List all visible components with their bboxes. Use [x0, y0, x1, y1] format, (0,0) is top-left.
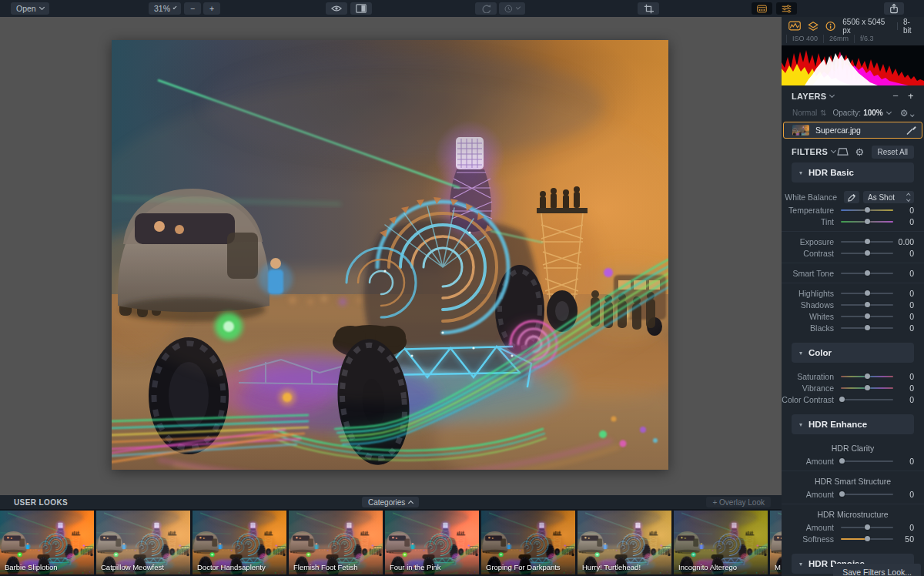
chevron-down-icon [516, 5, 521, 10]
filter-group-heading: HDR Clarity [782, 442, 924, 455]
zoom-in-button[interactable]: + [203, 2, 220, 15]
slider-knob[interactable] [865, 302, 870, 307]
save-filters-look-button[interactable]: Save Filters Look... [833, 564, 921, 576]
slider-knob[interactable] [865, 536, 870, 541]
slider-track[interactable] [841, 241, 893, 243]
slider-knob[interactable] [865, 270, 870, 276]
slider-row: Highlights0 [782, 287, 924, 299]
slider-value: 0 [893, 249, 914, 258]
slider-track[interactable] [841, 527, 893, 528]
slider-knob[interactable] [839, 491, 845, 497]
slider-track[interactable] [841, 209, 893, 211]
slider-track[interactable] [841, 327, 893, 329]
opacity-value[interactable]: 100% [863, 109, 883, 117]
reset-all-button[interactable]: Reset All [872, 146, 914, 159]
zoom-out-button[interactable]: − [184, 2, 201, 15]
slider-knob[interactable] [865, 290, 870, 296]
slider-track[interactable] [841, 494, 893, 495]
undo-button[interactable] [475, 2, 497, 15]
slider-track[interactable] [841, 399, 893, 400]
remove-layer-button[interactable]: − [892, 91, 899, 101]
look-thumbnail[interactable]: Flemish Foot Fetish [289, 511, 383, 574]
info-tab-icon[interactable] [825, 21, 835, 32]
filter-section-header[interactable]: ▾HDR Enhance [792, 414, 914, 434]
filter-section-header[interactable]: ▾Color [792, 343, 914, 363]
history-button[interactable] [499, 2, 525, 15]
slider-value: 0 [893, 372, 914, 381]
filter-settings-gear[interactable]: ⚙ [855, 147, 865, 157]
layer-settings-gear[interactable]: ⚙ [900, 108, 913, 119]
look-name: M [775, 563, 781, 571]
slider-track[interactable] [841, 253, 893, 254]
slider-knob[interactable] [865, 207, 870, 213]
look-thumbnail[interactable]: Groping For Darkpants [481, 511, 575, 574]
slider-label: Amount [782, 523, 841, 532]
slider-knob[interactable] [839, 397, 845, 402]
slider-knob[interactable] [839, 458, 845, 464]
export-button[interactable] [884, 2, 904, 15]
mask-icon[interactable] [837, 147, 849, 156]
look-thumbnail[interactable]: Incognito Alterego [674, 511, 768, 574]
overlay-look-button[interactable]: + Overlay Look [706, 497, 771, 507]
compare-button[interactable] [350, 2, 372, 15]
slider-track[interactable] [841, 376, 893, 377]
filter-section-title: HDR Basic [808, 168, 854, 177]
preview-toggle-button[interactable] [326, 2, 347, 15]
slider-knob[interactable] [865, 385, 870, 390]
white-balance-select[interactable]: As Shot [863, 191, 914, 203]
slider-track[interactable] [841, 304, 893, 306]
look-thumbnail[interactable]: Catpillow Meowfest [96, 511, 190, 574]
slider-label: Contrast [782, 249, 841, 258]
white-balance-dropper-button[interactable] [844, 191, 859, 203]
edited-photo-canvas[interactable] [112, 40, 668, 470]
right-panel: 6506 x 5045 px 8-bit ISO 40026mmf/6.3 LA… [782, 17, 924, 576]
slider-label: Amount [782, 457, 841, 466]
filter-group: White BalanceAs ShotTemperature0Tint0 [782, 186, 924, 231]
zoom-level-dropdown[interactable]: 31% [149, 2, 181, 15]
slider-label: Color Contrast [782, 395, 841, 404]
looks-panel-toggle[interactable] [752, 2, 772, 15]
histogram-tab-icon[interactable] [788, 21, 801, 31]
slider-value: 0 [893, 300, 914, 310]
slider-knob[interactable] [865, 325, 870, 330]
look-thumbnail[interactable]: Four in the Pink [385, 511, 479, 574]
slider-knob[interactable] [865, 219, 870, 224]
slider-knob[interactable] [865, 239, 870, 244]
filter-section: ▾HDR EnhanceHDR ClarityAmount0HDR Smart … [782, 414, 924, 548]
open-button[interactable]: Open [11, 2, 49, 15]
slider-knob[interactable] [865, 373, 870, 379]
slider-value: 0 [893, 289, 914, 298]
blend-row: Normal ⇅ Opacity: 100% ⚙ [782, 106, 924, 119]
slider-label: Softness [782, 534, 841, 544]
slider-track[interactable] [841, 273, 893, 274]
slider-track[interactable] [841, 316, 893, 317]
slider-knob[interactable] [865, 524, 870, 530]
undo-icon [481, 4, 491, 13]
eyedropper-icon [848, 193, 856, 202]
look-thumbnail[interactable]: Hurry! Turtlehead! [578, 511, 671, 574]
slider-track[interactable] [841, 538, 893, 540]
layers-tab-icon[interactable] [808, 21, 819, 32]
crop-button[interactable] [638, 2, 659, 15]
filter-section-header[interactable]: ▾HDR Basic [792, 162, 914, 183]
slider-knob[interactable] [865, 250, 870, 256]
slider-value: 0 [893, 323, 914, 333]
slider-label: Saturation [782, 372, 841, 381]
slider-row: Shadows0 [782, 299, 924, 310]
look-thumbnail[interactable]: Doctor Handsaplenty [192, 511, 286, 574]
slider-track[interactable] [841, 460, 893, 462]
blend-mode-select[interactable]: Normal [792, 109, 817, 117]
filters-panel-toggle[interactable] [776, 2, 797, 15]
layer-item-selected[interactable]: Supercar.jpg [783, 122, 922, 139]
categories-dropdown[interactable]: Categories [362, 497, 419, 507]
slider-knob[interactable] [865, 313, 870, 319]
slider-label: Whites [782, 312, 841, 321]
slider-track[interactable] [841, 293, 893, 294]
slider-track[interactable] [841, 221, 893, 223]
slider-track[interactable] [841, 387, 893, 389]
add-layer-button[interactable]: + [908, 91, 914, 101]
slider-row: Temperature0 [782, 204, 924, 216]
look-thumbnail[interactable]: M [770, 511, 782, 574]
look-thumbnail[interactable]: Barbie Sliplotion [0, 511, 94, 574]
edit-mask-brush-icon[interactable] [906, 125, 917, 136]
